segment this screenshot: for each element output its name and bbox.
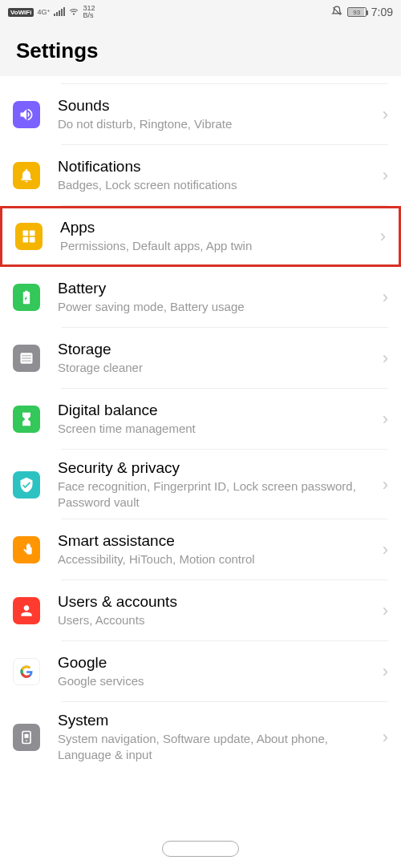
apps-icon <box>15 223 43 250</box>
partial-row-top <box>61 76 388 84</box>
svg-rect-3 <box>30 237 35 243</box>
item-title: Storage <box>58 341 376 358</box>
page-title: Settings <box>16 38 385 63</box>
svg-rect-0 <box>23 231 29 236</box>
svg-point-10 <box>26 740 27 741</box>
svg-rect-5 <box>22 355 31 357</box>
shield-icon <box>13 471 40 499</box>
settings-item-users[interactable]: Users & accountsUsers, Accounts› <box>0 580 401 641</box>
chevron-right-icon: › <box>376 474 388 495</box>
settings-item-system[interactable]: SystemSystem navigation, Software update… <box>0 702 401 772</box>
item-subtitle: Users, Accounts <box>58 612 376 628</box>
chevron-right-icon: › <box>376 104 388 125</box>
item-text: Users & accountsUsers, Accounts <box>58 593 376 628</box>
item-subtitle: Screen time management <box>58 421 376 437</box>
settings-item-notifications[interactable]: NotificationsBadges, Lock screen notific… <box>0 145 401 206</box>
settings-item-apps[interactable]: AppsPermissions, Default apps, App twin› <box>0 206 401 267</box>
item-text: StorageStorage cleaner <box>58 341 376 376</box>
settings-item-smart-assistance[interactable]: Smart assistanceAccessibility, HiTouch, … <box>0 519 401 580</box>
item-title: Apps <box>60 219 374 236</box>
chevron-right-icon: › <box>376 600 388 621</box>
item-title: Security & privacy <box>58 459 376 477</box>
chevron-right-icon: › <box>376 539 388 560</box>
item-title: Smart assistance <box>58 532 376 550</box>
item-title: Users & accounts <box>58 593 376 611</box>
chevron-right-icon: › <box>374 226 386 247</box>
bell-icon <box>13 162 40 189</box>
settings-item-security[interactable]: Security & privacyFace recognition, Fing… <box>0 450 401 519</box>
clock: 7:09 <box>371 6 393 18</box>
item-subtitle: Google services <box>58 673 376 689</box>
item-text: Digital balanceScreen time management <box>58 402 376 437</box>
chevron-right-icon: › <box>376 727 388 748</box>
settings-item-storage[interactable]: StorageStorage cleaner› <box>0 328 401 389</box>
item-text: Smart assistanceAccessibility, HiTouch, … <box>58 532 376 567</box>
data-speed: 312 B/s <box>83 5 95 19</box>
status-bar: VoWiFi 4G⁺ 312 B/s 93 7:09 <box>0 0 401 24</box>
battery-icon: 93 <box>347 7 367 17</box>
item-subtitle: Do not disturb, Ringtone, Vibrate <box>58 116 376 132</box>
system-icon <box>13 724 40 751</box>
item-title: System <box>58 712 376 729</box>
item-text: NotificationsBadges, Lock screen notific… <box>58 158 376 193</box>
sound-icon <box>13 101 40 128</box>
item-text: SoundsDo not disturb, Ringtone, Vibrate <box>58 97 376 132</box>
svg-rect-9 <box>25 733 29 737</box>
hand-icon <box>13 536 40 563</box>
item-text: GoogleGoogle services <box>58 654 376 689</box>
svg-rect-2 <box>23 237 29 243</box>
item-subtitle: Power saving mode, Battery usage <box>58 299 376 315</box>
network-type: 4G⁺ <box>37 8 51 16</box>
hourglass-icon <box>13 406 40 433</box>
signal-icon <box>54 8 65 16</box>
item-text: Security & privacyFace recognition, Fing… <box>58 459 376 510</box>
chevron-right-icon: › <box>376 165 388 186</box>
item-text: SystemSystem navigation, Software update… <box>58 712 376 762</box>
person-icon <box>13 597 40 624</box>
item-title: Notifications <box>58 158 376 176</box>
item-text: AppsPermissions, Default apps, App twin <box>60 219 374 254</box>
settings-item-battery[interactable]: BatteryPower saving mode, Battery usage› <box>0 267 401 328</box>
google-icon <box>13 658 40 685</box>
item-title: Battery <box>58 280 376 297</box>
item-title: Sounds <box>58 97 376 115</box>
chevron-right-icon: › <box>376 409 388 430</box>
nav-pill[interactable] <box>162 841 239 857</box>
svg-rect-6 <box>22 357 31 359</box>
item-subtitle: Permissions, Default apps, App twin <box>60 238 374 254</box>
battery-icon <box>13 284 40 311</box>
svg-rect-7 <box>22 361 31 362</box>
vowifi-badge: VoWiFi <box>8 8 34 17</box>
item-subtitle: Badges, Lock screen notifications <box>58 177 376 193</box>
item-subtitle: Face recognition, Fingerprint ID, Lock s… <box>58 478 376 510</box>
item-subtitle: Storage cleaner <box>58 360 376 376</box>
item-subtitle: Accessibility, HiTouch, Motion control <box>58 551 376 567</box>
svg-rect-1 <box>30 231 35 236</box>
chevron-right-icon: › <box>376 661 388 682</box>
page-header: Settings <box>0 24 401 76</box>
item-subtitle: System navigation, Software update, Abou… <box>58 731 376 762</box>
settings-item-sounds[interactable]: SoundsDo not disturb, Ringtone, Vibrate› <box>0 84 401 145</box>
dnd-icon <box>331 6 342 19</box>
settings-item-digital-balance[interactable]: Digital balanceScreen time management› <box>0 389 401 450</box>
settings-item-google[interactable]: GoogleGoogle services› <box>0 641 401 702</box>
wifi-icon <box>68 6 79 19</box>
item-text: BatteryPower saving mode, Battery usage <box>58 280 376 315</box>
chevron-right-icon: › <box>376 348 388 369</box>
chevron-right-icon: › <box>376 287 388 308</box>
item-title: Google <box>58 654 376 672</box>
settings-list: SoundsDo not disturb, Ringtone, Vibrate›… <box>0 84 401 772</box>
storage-icon <box>13 345 40 372</box>
item-title: Digital balance <box>58 402 376 419</box>
